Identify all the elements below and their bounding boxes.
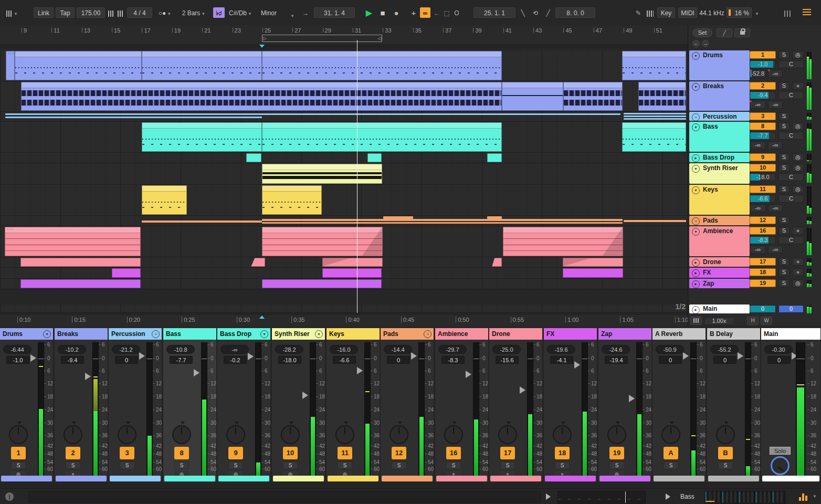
solo-button[interactable]: S xyxy=(500,461,515,469)
pan-knob[interactable] xyxy=(661,425,680,444)
mixer-track-title[interactable]: FX xyxy=(544,328,597,340)
volume-field[interactable]: -9.4 xyxy=(750,91,776,99)
peak-level-field[interactable]: -6.44 xyxy=(3,345,31,354)
clip-drums[interactable] xyxy=(622,51,686,80)
pan-field[interactable]: C xyxy=(778,91,804,99)
track-number-badge[interactable]: 16 xyxy=(446,447,461,459)
midi-map-button[interactable]: MIDI xyxy=(678,7,697,18)
window-layout-icon[interactable]: ▼ xyxy=(4,7,20,18)
mixer-track-title[interactable]: Percussion≡ xyxy=(109,328,162,340)
play-button[interactable]: ▶ xyxy=(363,7,375,18)
monitor-icon[interactable]: ◎ xyxy=(792,279,804,287)
peak-level-field[interactable]: -24.6 xyxy=(602,345,630,354)
track-number-badge[interactable]: 18 xyxy=(555,447,570,459)
fold-icon[interactable]: ≡ xyxy=(692,113,700,121)
mixer-track-title[interactable]: Drums▼ xyxy=(0,328,53,340)
fader-handle[interactable] xyxy=(411,352,417,360)
fader-handle[interactable] xyxy=(738,352,743,360)
track-number-badge[interactable]: B xyxy=(718,447,733,459)
track-number-badge[interactable]: 1 xyxy=(750,51,776,59)
peak-level-field[interactable]: -21.2 xyxy=(112,345,140,354)
set-button[interactable]: Set xyxy=(692,28,712,37)
solo-button[interactable]: S xyxy=(778,216,790,224)
slope-tool-icon[interactable]: ╱ xyxy=(717,28,732,37)
monitor-icon[interactable]: ◎ xyxy=(792,153,804,161)
arrangement-track-row-drone[interactable] xyxy=(0,257,688,268)
fader-handle[interactable] xyxy=(466,371,471,378)
track-number-badge[interactable]: 19 xyxy=(750,279,776,287)
session-record-icon[interactable]: ⬚ xyxy=(442,7,451,18)
fold-icon[interactable]: ≡ xyxy=(152,330,160,338)
scrub-area[interactable] xyxy=(0,44,688,48)
cpu-meter[interactable]: 16 % xyxy=(727,7,752,18)
clip-drone[interactable] xyxy=(251,258,265,267)
volume-field[interactable]: -7.7 xyxy=(170,356,193,364)
clip-breaks[interactable] xyxy=(638,82,686,111)
fader-handle[interactable] xyxy=(357,367,363,374)
key-map-button[interactable]: Key xyxy=(657,7,675,18)
clip-drone[interactable] xyxy=(20,258,141,267)
solo-button[interactable]: S xyxy=(174,461,189,469)
peak-level-field[interactable]: -∞ xyxy=(220,345,249,354)
clip-zap[interactable] xyxy=(20,279,141,288)
loop-start-field[interactable]: 25. 1. 1 xyxy=(473,7,515,18)
track-number-badge[interactable]: 1 xyxy=(11,447,26,459)
device-thumbnail[interactable] xyxy=(738,491,755,503)
fold-icon[interactable]: ▼ xyxy=(692,228,700,236)
track-header-ambience[interactable]: ▼Ambience xyxy=(689,226,750,256)
volume-field[interactable]: -19.4 xyxy=(605,356,628,364)
clip-keys[interactable] xyxy=(262,185,322,215)
volume-field[interactable]: -4.1 xyxy=(550,356,573,364)
info-icon[interactable]: | xyxy=(5,492,14,501)
clip-bass[interactable] xyxy=(262,122,502,152)
clip-bar-pads[interactable] xyxy=(383,216,413,219)
time-ruler[interactable]: 0:100:150:200:250:300:350:400:450:500:55… xyxy=(0,314,688,326)
volume-field[interactable]: -1.0 xyxy=(6,356,29,364)
monitor-icon[interactable]: ◎ xyxy=(792,185,804,193)
solo-button[interactable]: S xyxy=(778,51,790,59)
peak-level-field[interactable]: -19.6 xyxy=(547,345,575,354)
pan-knob[interactable] xyxy=(281,425,300,444)
volume-field[interactable]: -15.6 xyxy=(496,356,519,364)
track-header-drums[interactable]: ▼Drums xyxy=(689,50,750,80)
automation-field[interactable]: -∞ xyxy=(750,101,766,109)
pan-knob[interactable] xyxy=(553,425,572,444)
arrangement-track-row-keys[interactable] xyxy=(0,185,688,216)
fader-handle[interactable] xyxy=(629,395,635,402)
arrangement-track-row-percussion[interactable] xyxy=(0,112,688,122)
volume-field[interactable]: -18.0 xyxy=(278,356,301,364)
solo-button[interactable]: S xyxy=(664,461,678,469)
pan-knob[interactable] xyxy=(172,425,191,444)
tempo-field[interactable]: 175.00 xyxy=(77,7,105,18)
arrangement-track-row-synth-riser[interactable] xyxy=(0,163,688,185)
loop-length-field[interactable]: 8. 0. 0 xyxy=(555,7,595,18)
monitor-icon[interactable]: ◎ xyxy=(792,164,804,172)
peak-level-field[interactable]: -10.2 xyxy=(58,345,86,354)
mixer-track-title[interactable]: Keys xyxy=(327,328,380,340)
volume-field[interactable]: -9.4 xyxy=(61,356,84,364)
track-number-badge[interactable]: 17 xyxy=(750,258,776,266)
arm-icon[interactable]: ● xyxy=(792,268,804,276)
arrangement-track-row-bass-drop[interactable] xyxy=(0,153,688,163)
arm-icon[interactable]: ● xyxy=(792,82,804,90)
fader-handle[interactable] xyxy=(194,369,199,376)
peak-level-field[interactable]: -29.7 xyxy=(438,345,467,354)
pan-knob[interactable] xyxy=(226,425,245,444)
track-number-badge[interactable]: 3 xyxy=(750,112,776,120)
fold-icon[interactable]: ▼ xyxy=(692,186,700,194)
monitor-icon[interactable]: ◎ xyxy=(792,122,804,130)
nudge-down-icon[interactable] xyxy=(107,7,115,18)
key-root-menu[interactable]: C#/Db▼ xyxy=(227,7,254,18)
arrangement-track-row-bass[interactable] xyxy=(0,122,688,153)
follow-icon[interactable]: → xyxy=(299,7,312,18)
device-thumbnail[interactable] xyxy=(704,491,721,503)
main-pan-field[interactable]: 0 xyxy=(778,305,804,313)
volume-field[interactable]: -0.2 xyxy=(224,356,247,364)
fold-icon[interactable]: ▼ xyxy=(692,83,700,91)
solo-button[interactable]: S xyxy=(609,461,624,469)
solo-button[interactable]: S xyxy=(778,122,790,130)
key-scale-menu[interactable]: Minor▼ xyxy=(257,7,295,18)
track-header-main[interactable]: ▶ Main xyxy=(689,304,750,313)
clip-bar-pads[interactable] xyxy=(262,222,623,224)
peak-level-field[interactable]: -16.0 xyxy=(330,345,358,354)
